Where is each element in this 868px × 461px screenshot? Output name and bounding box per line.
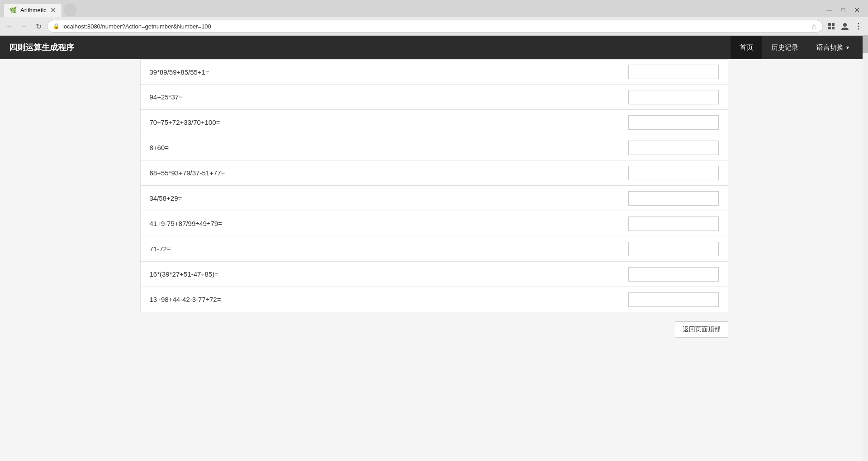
problem-expression: 94+25*37= xyxy=(150,89,628,105)
problem-expression: 8+60= xyxy=(150,139,628,156)
tab-close-button[interactable]: ✕ xyxy=(50,7,56,14)
footer-area: 返回页面顶部 xyxy=(131,312,737,347)
table-row: 34/58+29= xyxy=(140,186,728,211)
svg-point-4 xyxy=(843,23,847,27)
table-row: 41+9-75+87/99÷49÷79= xyxy=(140,211,728,236)
answer-input[interactable] xyxy=(628,90,719,104)
answer-input[interactable] xyxy=(628,191,719,206)
problems-container: 39*89/59+85/55+1=94+25*37=70÷75+72+33/70… xyxy=(131,59,737,312)
url-text: localhost:8080/number?Action=getnumber&N… xyxy=(62,23,808,30)
svg-point-7 xyxy=(858,28,859,30)
problem-list: 39*89/59+85/55+1=94+25*37=70÷75+72+33/70… xyxy=(140,59,728,312)
main-content: 39*89/59+85/55+1=94+25*37=70÷75+72+33/70… xyxy=(0,59,868,461)
problem-expression: 13+98+44-42-3-77÷72= xyxy=(150,291,628,308)
address-bar-row: ← → ↻ 🔒 localhost:8080/number?Action=get… xyxy=(0,17,868,35)
new-tab-button[interactable] xyxy=(64,4,76,16)
bookmark-icon[interactable]: ☆ xyxy=(811,22,817,31)
answer-input[interactable] xyxy=(628,141,719,155)
tab-favicon: 🌿 xyxy=(9,7,17,14)
nav-history-link[interactable]: 历史记录 xyxy=(762,36,807,59)
answer-input[interactable] xyxy=(628,267,719,282)
address-bar[interactable]: 🔒 localhost:8080/number?Action=getnumber… xyxy=(47,20,823,33)
table-row: 16*(39*27+51-47÷85)= xyxy=(140,262,728,287)
problem-expression: 16*(39*27+51-47÷85)= xyxy=(150,266,628,282)
tab-title: Arithmetic xyxy=(20,7,47,14)
app-brand: 四则运算生成程序 xyxy=(9,42,730,53)
reload-button[interactable]: ↻ xyxy=(33,20,44,32)
svg-point-5 xyxy=(858,23,859,24)
tab-bar: 🌿 Arithmetic ✕ ─ □ ✕ xyxy=(0,0,868,17)
problem-expression: 34/58+29= xyxy=(150,190,628,207)
table-row: 68+55*93+79/37-51+77= xyxy=(140,160,728,186)
table-row: 39*89/59+85/55+1= xyxy=(140,59,728,85)
answer-input[interactable] xyxy=(628,115,719,130)
forward-button[interactable]: → xyxy=(18,20,30,32)
answer-input[interactable] xyxy=(628,292,719,307)
svg-point-6 xyxy=(858,26,859,27)
maximize-button[interactable]: □ xyxy=(837,4,849,16)
svg-rect-0 xyxy=(828,23,831,26)
menu-icon[interactable] xyxy=(853,20,864,32)
profile-icon[interactable] xyxy=(839,20,851,32)
table-row: 71-72= xyxy=(140,236,728,262)
table-row: 70÷75+72+33/70+100= xyxy=(140,110,728,135)
nav-language-link[interactable]: 语言切换 ▼ xyxy=(807,36,859,59)
svg-rect-1 xyxy=(832,23,835,26)
scrollbar[interactable] xyxy=(863,35,868,461)
problem-expression: 41+9-75+87/99÷49÷79= xyxy=(150,215,628,232)
browser-tab[interactable]: 🌿 Arithmetic ✕ xyxy=(4,3,62,17)
svg-rect-2 xyxy=(828,27,831,29)
answer-input[interactable] xyxy=(628,216,719,231)
back-button[interactable]: ← xyxy=(4,20,15,32)
answer-input[interactable] xyxy=(628,166,719,180)
svg-rect-3 xyxy=(832,27,835,29)
table-row: 94+25*37= xyxy=(140,85,728,110)
answer-input[interactable] xyxy=(628,242,719,256)
problem-expression: 71-72= xyxy=(150,240,628,257)
back-to-top-button[interactable]: 返回页面顶部 xyxy=(675,321,728,338)
minimize-button[interactable]: ─ xyxy=(824,4,835,16)
extensions-icon[interactable] xyxy=(825,20,837,32)
close-window-button[interactable]: ✕ xyxy=(851,4,863,16)
problem-expression: 39*89/59+85/55+1= xyxy=(150,64,628,80)
problem-expression: 70÷75+72+33/70+100= xyxy=(150,114,628,131)
browser-menu-icons xyxy=(825,20,864,32)
scrollbar-thumb[interactable] xyxy=(863,35,868,53)
answer-input[interactable] xyxy=(628,65,719,79)
app-navbar: 四则运算生成程序 首页 历史记录 语言切换 ▼ xyxy=(0,36,868,59)
security-icon: 🔒 xyxy=(53,23,60,29)
nav-home-link[interactable]: 首页 xyxy=(730,36,762,59)
problem-expression: 68+55*93+79/37-51+77= xyxy=(150,165,628,181)
app-nav: 首页 历史记录 语言切换 ▼ xyxy=(730,36,859,59)
table-row: 8+60= xyxy=(140,135,728,160)
browser-chrome: 🌿 Arithmetic ✕ ─ □ ✕ ← → ↻ 🔒 localhost:8… xyxy=(0,0,868,36)
table-row: 13+98+44-42-3-77÷72= xyxy=(140,287,728,312)
